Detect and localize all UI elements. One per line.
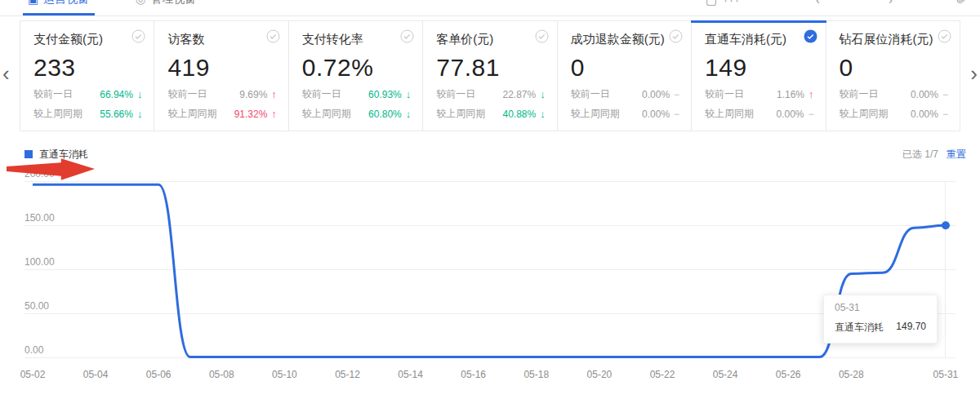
svg-text:05-28: 05-28 — [839, 369, 864, 380]
svg-text:05-10: 05-10 — [272, 369, 297, 380]
metric-cards-strip: ‹ › 支付金额(元) 233 较前一日 66.94%↓ 较上周同期 55.66… — [0, 20, 980, 131]
compare-label: 较上周同期 — [705, 107, 754, 121]
chart-legend-row: 直通车消耗 已选 1/7 重置 — [0, 148, 980, 161]
svg-text:05-31: 05-31 — [933, 369, 959, 380]
tooltip-value: 149.70 — [896, 321, 926, 335]
metric-cards-row: 支付金额(元) 233 较前一日 66.94%↓ 较上周同期 55.66%↓ 访… — [20, 20, 960, 131]
tooltip-series: 直通车消耗 — [835, 321, 884, 335]
compare-label: 较前一日 — [33, 87, 73, 101]
svg-text:05-16: 05-16 — [461, 369, 486, 380]
svg-text:05-08: 05-08 — [209, 369, 234, 380]
trend-down-icon: ↓ — [137, 108, 143, 120]
compare-label: 较前一日 — [302, 87, 341, 101]
metric-value: 0.72% — [302, 54, 411, 82]
metric-card-refund[interactable]: 成功退款金额(元) 0 较前一日 0.00%− 较上周同期 0.00%− — [558, 21, 692, 131]
help-icon[interactable]: ＠ — [956, 0, 966, 7]
check-icon[interactable] — [131, 29, 145, 43]
trend-down-icon: ↓ — [406, 88, 412, 100]
trend-down-icon: ↓ — [540, 108, 546, 120]
svg-text:05-22: 05-22 — [650, 369, 675, 380]
compare-value: 91.32% — [234, 109, 268, 120]
compare-value: 60.80% — [368, 109, 402, 120]
metric-title: 成功退款金额(元) — [571, 32, 679, 47]
cards-prev-button[interactable]: ‹ — [2, 63, 10, 84]
metric-card-visitors[interactable]: 访客数 419 较前一日 9.69%↑ 较上周同期 91.32%↑ — [154, 21, 288, 131]
tooltip-date: 05-31 — [835, 302, 926, 313]
svg-text:100.00: 100.00 — [24, 256, 55, 268]
tab-management-view[interactable]: ◎ 管理视窗 — [136, 0, 196, 7]
reset-link[interactable]: 重置 — [947, 148, 966, 162]
compare-label: 较前一日 — [167, 87, 207, 101]
trend-down-icon: ↓ — [406, 108, 412, 120]
trend-up-icon: ↑ — [271, 108, 277, 120]
more-dots-icon[interactable]: ··· — [724, 0, 741, 7]
svg-text:05-06: 05-06 — [146, 369, 172, 380]
svg-text:05-04: 05-04 — [83, 369, 109, 380]
metric-value: 149 — [705, 54, 813, 82]
dashboard-icon: ▣ — [28, 0, 38, 6]
top-tab-bar: ▣ 运营视窗 ◎ 管理视窗 ▢ ··· ‹ › ＠ — [0, 0, 980, 16]
svg-text:05-24: 05-24 — [713, 369, 738, 380]
compare-value: 0.00% — [642, 109, 670, 120]
compare-value: 9.69% — [239, 89, 267, 100]
cards-next-button[interactable]: › — [970, 63, 978, 84]
legend-item-ztc[interactable]: 直通车消耗 — [24, 148, 88, 162]
metric-title: 直通车消耗(元) — [705, 32, 813, 47]
chevron-right-icon[interactable]: › — [889, 0, 893, 7]
trend-flat-icon: − — [674, 109, 679, 120]
svg-text:05-12: 05-12 — [335, 369, 360, 380]
compare-value: 55.66% — [100, 109, 133, 120]
metric-title: 支付转化率 — [302, 32, 411, 47]
tab-label: 运营视窗 — [43, 0, 89, 7]
metric-card-pay-amount[interactable]: 支付金额(元) 233 较前一日 66.94%↓ 较上周同期 55.66%↓ — [20, 21, 154, 131]
metric-card-conversion[interactable]: 支付转化率 0.72% 较前一日 60.93%↓ 较上周同期 60.80%↓ — [289, 21, 423, 131]
compare-value: 22.87% — [502, 89, 536, 100]
svg-text:05-14: 05-14 — [398, 369, 423, 380]
metric-title: 钻石展位消耗(元) — [840, 32, 948, 47]
check-icon-selected[interactable] — [804, 29, 817, 43]
metric-card-avg-order[interactable]: 客单价(元) 77.81 较前一日 22.87%↓ 较上周同期 40.88%↓ — [423, 21, 557, 131]
compare-label: 较上周同期 — [840, 107, 889, 121]
metric-value: 77.81 — [436, 54, 545, 82]
trend-flat-icon: − — [674, 89, 679, 100]
compare-label: 较上周同期 — [302, 107, 351, 121]
check-icon[interactable] — [535, 29, 549, 43]
tab-label: 管理视窗 — [150, 0, 196, 7]
manage-icon: ◎ — [136, 0, 145, 6]
check-icon[interactable] — [938, 29, 951, 43]
trend-flat-icon: − — [942, 89, 948, 100]
compare-value: 0.00% — [911, 89, 938, 100]
compare-value: 66.94% — [100, 89, 133, 100]
svg-text:150.00: 150.00 — [24, 212, 55, 224]
tab-operation-view[interactable]: ▣ 运营视窗 — [28, 0, 89, 7]
svg-text:05-02: 05-02 — [20, 369, 46, 380]
svg-text:05-20: 05-20 — [587, 369, 612, 380]
compare-label: 较前一日 — [436, 87, 475, 101]
compare-label: 较上周同期 — [571, 107, 620, 121]
metric-value: 419 — [167, 54, 276, 82]
trend-flat-icon: − — [808, 109, 814, 120]
compare-value: 1.16% — [777, 89, 804, 100]
active-tab-underline — [23, 13, 95, 16]
svg-text:50.00: 50.00 — [24, 300, 49, 312]
line-chart[interactable]: 200.00150.00100.0050.000.0005-0205-0405-… — [0, 167, 980, 399]
check-icon[interactable] — [669, 29, 683, 43]
legend-swatch-icon — [24, 150, 33, 158]
metric-card-ztc-spend[interactable]: 直通车消耗(元) 149 较前一日 1.16%↑ 较上周同期 0.00%− — [692, 21, 826, 131]
check-icon[interactable] — [400, 29, 414, 43]
compare-label: 较上周同期 — [436, 107, 485, 121]
legend-label: 直通车消耗 — [39, 148, 88, 162]
svg-text:200.00: 200.00 — [24, 168, 55, 180]
compare-label: 较前一日 — [571, 87, 610, 101]
compare-value: 40.88% — [502, 109, 536, 120]
trend-chart-section: 直通车消耗 已选 1/7 重置 200.00150.00100.0050.000… — [0, 148, 980, 399]
compare-value: 0.00% — [776, 109, 804, 120]
trend-up-icon: ↑ — [271, 88, 277, 100]
calendar-icon[interactable]: ▢ — [706, 0, 717, 7]
compare-value: 0.00% — [642, 89, 670, 100]
metric-title: 访客数 — [167, 32, 276, 47]
metric-card-diamond-spend[interactable]: 钻石展位消耗(元) 0 较前一日 0.00%− 较上周同期 0.00%− — [826, 21, 960, 131]
compare-value: 0.00% — [911, 109, 938, 120]
chevron-left-icon[interactable]: ‹ — [816, 0, 820, 7]
check-icon[interactable] — [266, 29, 280, 43]
